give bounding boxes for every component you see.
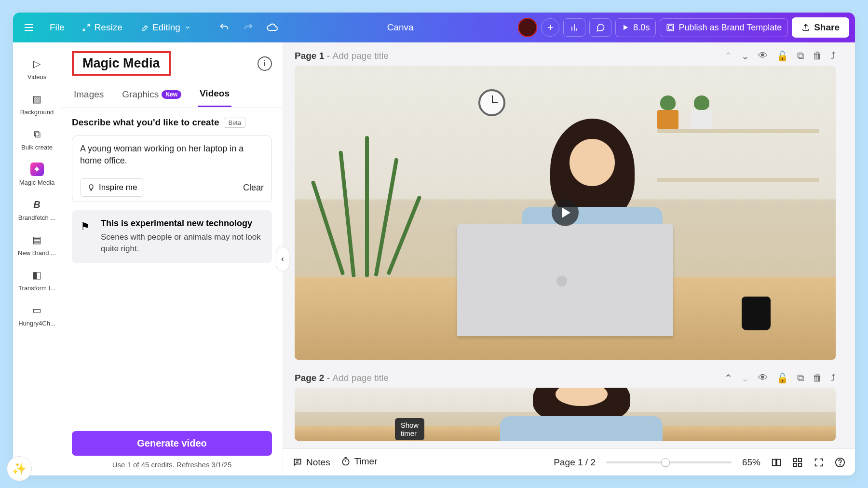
comments-button[interactable] (589, 18, 611, 37)
add-collaborator-icon[interactable]: + (541, 18, 559, 37)
help-icon[interactable] (835, 457, 845, 468)
duplicate-icon[interactable]: ⧉ (797, 50, 804, 62)
add-page-icon[interactable]: ⤴ (831, 50, 836, 62)
play-icon[interactable] (552, 199, 579, 226)
svg-rect-16 (777, 459, 780, 465)
prompt-input[interactable]: A young woman working on her laptop in a… (72, 136, 272, 202)
clear-button[interactable]: Clear (243, 183, 264, 193)
grid-view-icon[interactable] (792, 457, 803, 468)
delete-icon[interactable]: 🗑 (813, 372, 822, 384)
inspire-me-button[interactable]: Inspire me (80, 178, 144, 197)
editing-mode-dropdown[interactable]: Editing (133, 18, 198, 37)
user-avatar[interactable] (518, 18, 537, 37)
rail-bulk-create[interactable]: ⧉Bulk create (15, 127, 59, 151)
share-button[interactable]: Share (792, 17, 849, 38)
background-icon: ▨ (30, 92, 44, 106)
undo-icon[interactable] (214, 17, 234, 38)
prompt-text[interactable]: A young woman working on her laptop in a… (80, 143, 264, 170)
visibility-icon[interactable]: 👁 (758, 50, 768, 62)
rail-new-brand[interactable]: ▤New Brand ... (15, 233, 59, 257)
timer-button[interactable]: Timer (341, 456, 378, 467)
svg-rect-15 (773, 459, 776, 465)
document-title[interactable]: Canva (387, 22, 414, 33)
svg-point-22 (840, 464, 840, 465)
publish-brand-template-button[interactable]: Publish as Brand Template (660, 18, 788, 37)
rail-brandfetch[interactable]: BBrandfetch ... (15, 198, 59, 221)
svg-rect-20 (799, 463, 801, 466)
svg-rect-8 (669, 26, 673, 29)
beta-badge: Beta (224, 118, 245, 128)
rail-hungry4ch[interactable]: ▭Hungry4Ch... (15, 303, 59, 327)
page-indicator[interactable]: Page 1 / 2 (554, 457, 596, 468)
svg-rect-18 (799, 458, 801, 461)
page-1-label: Page 1 (295, 51, 324, 61)
svg-point-12 (342, 459, 349, 465)
new-badge: New (162, 90, 181, 99)
app-icon: ▭ (30, 303, 44, 317)
describe-label: Describe what you'd like to create (72, 117, 219, 128)
flag-icon: ⚑ (81, 220, 90, 233)
side-panel: Magic Media i Images GraphicsNew Videos … (61, 42, 283, 475)
bottom-bar: Notes Show timer Timer Page 1 / 2 65% (283, 448, 855, 475)
page-1-title-input[interactable]: Add page title (333, 51, 389, 61)
canvas-area: Page 1 - Add page title ⌃ ⌄ 👁 🔓 ⧉ 🗑 ⤴ (283, 42, 855, 475)
lock-icon[interactable]: 🔓 (776, 50, 788, 62)
notes-button[interactable]: Notes (293, 457, 330, 468)
top-toolbar: File Resize Editing Canva + 8.0s Publish… (13, 13, 855, 42)
notice-title: This is experimental new technology (101, 218, 263, 229)
fullscreen-icon[interactable] (814, 457, 824, 468)
file-menu[interactable]: File (43, 18, 71, 37)
timer-icon (341, 457, 351, 466)
tab-graphics[interactable]: GraphicsNew (120, 82, 183, 107)
svg-rect-17 (794, 458, 797, 461)
page-1-canvas[interactable] (295, 66, 836, 360)
move-down-icon[interactable]: ⌄ (741, 372, 749, 384)
move-up-icon[interactable]: ⌃ (724, 50, 732, 62)
notice-text: Scenes with people or animals may not lo… (101, 231, 263, 255)
resize-button[interactable]: Resize (75, 18, 129, 37)
credits-text: Use 1 of 45 credits. Refreshes 3/1/25 (72, 461, 272, 469)
svg-rect-7 (667, 24, 674, 31)
info-icon[interactable]: i (258, 56, 272, 71)
tab-images[interactable]: Images (72, 82, 106, 107)
rail-background[interactable]: ▨Background (15, 92, 59, 116)
lock-icon[interactable]: 🔓 (776, 372, 788, 384)
magic-media-icon: ✦ (30, 163, 44, 176)
share-label: Share (814, 22, 840, 33)
video-icon: ▷ (30, 57, 44, 70)
delete-icon[interactable]: 🗑 (813, 50, 822, 62)
visibility-icon[interactable]: 👁 (758, 372, 768, 384)
page-2-title-input[interactable]: Add page title (333, 373, 389, 383)
panel-title: Magic Media (72, 51, 171, 76)
rail-videos[interactable]: ▷Videos (15, 57, 59, 81)
zoom-slider[interactable] (606, 461, 732, 463)
zoom-value[interactable]: 65% (742, 457, 760, 468)
page-2-tools: ⌃ ⌄ 👁 🔓 ⧉ 🗑 ⤴ (724, 372, 836, 384)
left-rail: ▷Videos ▨Background ⧉Bulk create ✦Magic … (13, 42, 61, 475)
move-up-icon[interactable]: ⌃ (724, 372, 732, 384)
generate-video-button[interactable]: Generate video (72, 431, 272, 456)
present-duration-button[interactable]: 8.0s (615, 18, 656, 37)
page-2-canvas[interactable] (295, 388, 836, 441)
resize-label: Resize (95, 22, 122, 33)
collapse-panel-button[interactable]: ‹ (276, 246, 289, 271)
redo-icon[interactable] (238, 17, 258, 38)
analytics-button[interactable] (563, 18, 585, 37)
tab-videos[interactable]: Videos (198, 82, 231, 107)
chevron-down-icon (184, 24, 191, 31)
brandfetch-icon: B (30, 198, 44, 211)
rail-transform[interactable]: ◧Transform I... (15, 268, 59, 292)
add-page-icon[interactable]: ⤴ (831, 372, 836, 384)
page-2: Page 2 - Add page title ⌃ ⌄ 👁 🔓 ⧉ 🗑 ⤴ (295, 372, 836, 441)
menu-icon[interactable] (19, 17, 39, 38)
duration-label: 8.0s (633, 23, 650, 33)
scroll-view-icon[interactable] (771, 457, 782, 468)
duplicate-icon[interactable]: ⧉ (797, 372, 804, 384)
rail-magic-media[interactable]: ✦Magic Media (15, 163, 59, 186)
panel-tabs: Images GraphicsNew Videos (61, 82, 283, 108)
experimental-notice: ⚑ This is experimental new technology Sc… (72, 210, 272, 263)
cloud-sync-icon[interactable] (262, 17, 283, 38)
page-1: Page 1 - Add page title ⌃ ⌄ 👁 🔓 ⧉ 🗑 ⤴ (295, 50, 836, 360)
svg-rect-19 (794, 463, 797, 466)
move-down-icon[interactable]: ⌄ (741, 50, 749, 62)
